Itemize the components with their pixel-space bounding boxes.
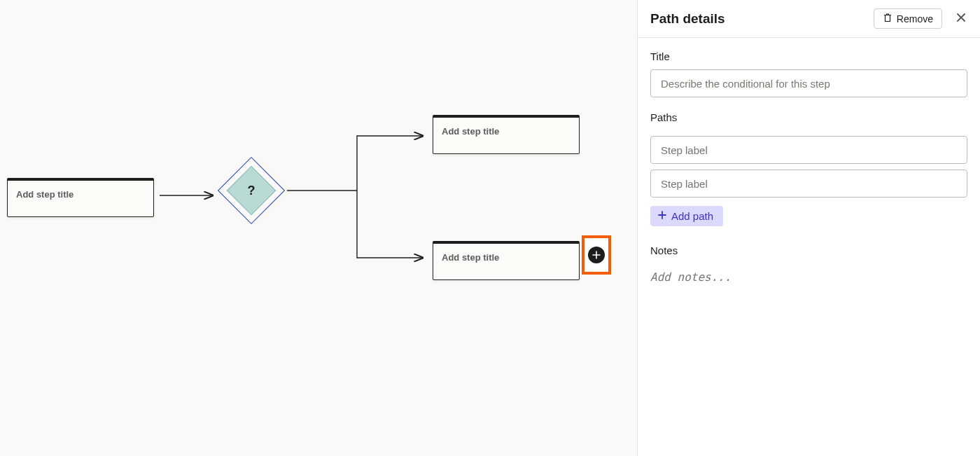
- paths-label: Paths: [650, 111, 967, 123]
- remove-button[interactable]: Remove: [874, 8, 942, 29]
- step-placeholder: Add step title: [16, 189, 74, 200]
- panel-header: Path details Remove: [638, 0, 980, 38]
- add-path-button[interactable]: Add path: [650, 206, 723, 226]
- plus-icon: [588, 247, 605, 263]
- title-label: Title: [650, 50, 967, 62]
- close-icon[interactable]: [955, 11, 967, 27]
- remove-button-label: Remove: [897, 13, 933, 25]
- step-placeholder: Add step title: [442, 252, 499, 263]
- plus-icon: [657, 210, 667, 222]
- trash-icon: [883, 13, 892, 25]
- details-panel: Path details Remove Title Paths: [637, 0, 980, 456]
- notes-label: Notes: [650, 244, 967, 256]
- step-card-branch-b[interactable]: Add step title: [433, 241, 580, 280]
- paths-list: Add path: [650, 136, 967, 226]
- flow-canvas[interactable]: Add step title ? Add step title Add step…: [0, 0, 637, 456]
- step-card-branch-a[interactable]: Add step title: [433, 115, 580, 154]
- decision-diamond[interactable]: ?: [218, 157, 285, 224]
- path-input-1[interactable]: [650, 170, 967, 198]
- add-path-label: Add path: [671, 210, 713, 222]
- path-input-0[interactable]: [650, 136, 967, 164]
- step-card-start[interactable]: Add step title: [7, 178, 154, 217]
- connector-lines: [0, 0, 637, 456]
- title-input[interactable]: [650, 69, 967, 97]
- panel-body: Title Paths Add path Notes: [638, 38, 980, 297]
- step-placeholder: Add step title: [442, 126, 499, 137]
- panel-title: Path details: [650, 11, 874, 27]
- add-step-hotspot[interactable]: [582, 235, 611, 275]
- notes-input[interactable]: [650, 270, 967, 297]
- question-mark-icon: ?: [248, 184, 255, 198]
